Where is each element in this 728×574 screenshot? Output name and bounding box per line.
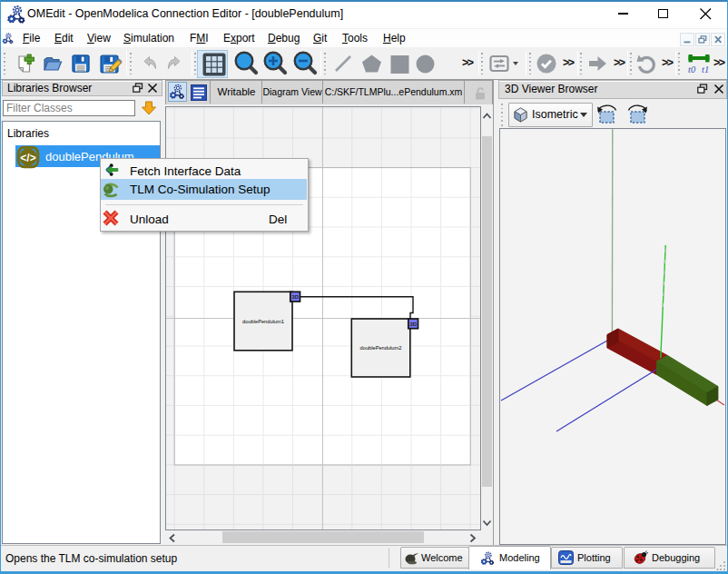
svg-text:t1: t1: [702, 64, 709, 74]
svg-text:</>: </>: [20, 151, 35, 163]
svg-text:3D: 3D: [291, 294, 298, 300]
svg-text:t0: t0: [688, 64, 696, 74]
svg-text:3D: 3D: [409, 322, 416, 327]
svg-text:doublePendulum2: doublePendulum2: [360, 345, 402, 351]
svg-text:doublePendulum1: doublePendulum1: [242, 319, 284, 324]
